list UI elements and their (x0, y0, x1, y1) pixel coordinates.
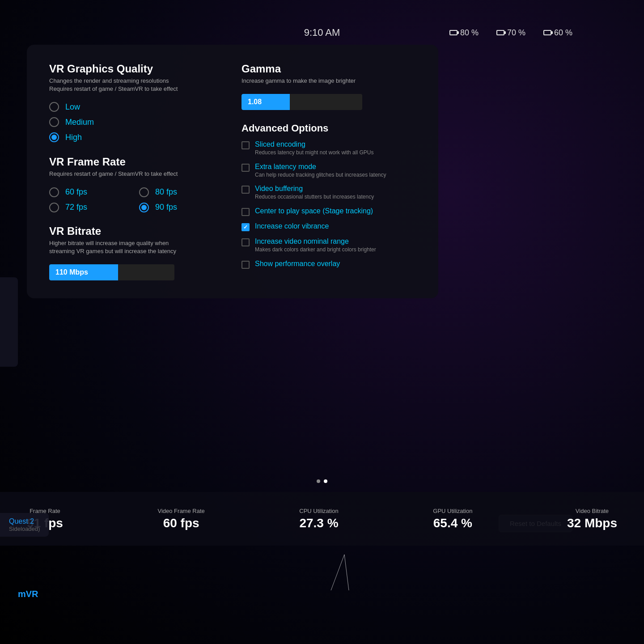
advanced-options-section: Advanced Options Sliced encoding Reduces… (242, 123, 416, 268)
bitrate-slider[interactable]: 110 Mbps (49, 264, 174, 280)
dot-2-active (324, 479, 327, 483)
gamma-slider-value: 1.08 (248, 98, 262, 106)
checkbox-video-buffering (242, 186, 250, 194)
gamma-subtitle: Increase gamma to make the image brighte… (242, 77, 416, 85)
side-nav (0, 277, 18, 367)
svg-line-1 (344, 555, 349, 590)
bitrate-slider-container: 110 Mbps (49, 264, 224, 280)
quality-radio-high (49, 132, 59, 142)
quality-radio-medium (49, 117, 59, 127)
checkbox-nominal-range (242, 238, 250, 246)
left-column: VR Graphics Quality Changes the render a… (49, 63, 224, 280)
battery-item-1: 80 % (449, 28, 479, 38)
fps-option-80[interactable]: 80 fps (139, 187, 224, 197)
battery-item-3: 60 % (543, 28, 572, 38)
advanced-options-title: Advanced Options (242, 123, 416, 134)
option-nominal-range[interactable]: Increase video nominal range Makes dark … (242, 237, 416, 254)
fps-option-60[interactable]: 60 fps (49, 187, 134, 197)
dot-indicators (317, 479, 327, 483)
quality-option-low[interactable]: Low (49, 102, 224, 112)
gamma-section: Gamma Increase gamma to make the image b… (242, 63, 416, 110)
fps-radio-72 (49, 203, 59, 212)
checkbox-extra-latency (242, 164, 250, 172)
device-label: mVR (18, 589, 38, 599)
quality-radio-low (49, 102, 59, 112)
graphics-quality-section: VR Graphics Quality Changes the render a… (49, 63, 224, 142)
time-display: 9:10 AM (304, 27, 340, 38)
svg-line-0 (331, 555, 344, 590)
checkbox-perf-overlay (242, 261, 250, 269)
checkbox-center-play (242, 208, 250, 216)
quality-option-high[interactable]: High (49, 132, 224, 142)
option-extra-latency[interactable]: Extra latency mode Can help reduce track… (242, 163, 416, 179)
advanced-options-list: Sliced encoding Reduces latency but migh… (242, 140, 416, 268)
gamma-slider[interactable]: 1.08 (242, 94, 362, 110)
checkbox-color-vibrance (242, 223, 250, 231)
fps-radio-80 (139, 187, 149, 197)
frame-rate-title: VR Frame Rate (49, 156, 224, 168)
device-model: Quest 2 (9, 517, 40, 525)
stat-cpu-util: CPU Utilization 27.3 % (299, 508, 338, 530)
battery-value-3: 60 % (554, 28, 572, 38)
right-column: Gamma Increase gamma to make the image b… (242, 63, 416, 280)
stat-video-frame-rate: Video Frame Rate 60 fps (157, 508, 204, 530)
battery-value-2: 70 % (507, 28, 525, 38)
battery-group: 80 % 70 % 60 % (449, 28, 572, 38)
frame-rate-subtitle: Requires restart of game / SteamVR to ta… (49, 170, 224, 178)
bitrate-section: VR Bitrate Higher bitrate will increase … (49, 225, 224, 280)
battery-value-1: 80 % (460, 28, 479, 38)
option-center-play[interactable]: Center to play space (Stage tracking) (242, 207, 416, 216)
bitrate-slider-value: 110 Mbps (55, 268, 88, 276)
fps-options: 60 fps 80 fps 72 fps 90 fps (49, 187, 224, 212)
dot-1 (317, 479, 320, 483)
graphics-quality-options: Low Medium High (49, 102, 224, 142)
fps-radio-60 (49, 187, 59, 197)
gamma-title: Gamma (242, 63, 416, 75)
option-color-vibrance[interactable]: Increase color vibrance (242, 222, 416, 231)
bottom-stats-bar: Frame Rate 91 fps Video Frame Rate 60 fp… (0, 492, 644, 546)
quality-option-medium[interactable]: Medium (49, 117, 224, 127)
battery-icon-2 (496, 30, 504, 35)
device-tag: Sideloaded) (9, 525, 40, 532)
checkbox-sliced (242, 141, 250, 149)
battery-icon-1 (449, 30, 458, 35)
bitrate-subtitle: Higher bitrate will increase image quali… (49, 239, 224, 255)
option-sliced[interactable]: Sliced encoding Reduces latency but migh… (242, 140, 416, 157)
bitrate-title: VR Bitrate (49, 225, 224, 237)
fps-radio-90 (139, 203, 149, 212)
battery-item-2: 70 % (496, 28, 525, 38)
graphics-quality-subtitle: Changes the render and streaming resolut… (49, 77, 224, 93)
stat-gpu-util: GPU Utilization 65.4 % (433, 508, 472, 530)
option-perf-overlay[interactable]: Show performance overlay (242, 260, 416, 269)
cursor-lines (322, 555, 367, 599)
fps-option-72[interactable]: 72 fps (49, 203, 134, 212)
graphics-quality-title: VR Graphics Quality (49, 63, 224, 75)
main-panel: VR Graphics Quality Changes the render a… (27, 45, 438, 298)
battery-icon-3 (543, 30, 551, 35)
frame-rate-section: VR Frame Rate Requires restart of game /… (49, 156, 224, 212)
fps-option-90[interactable]: 90 fps (139, 203, 224, 212)
option-video-buffering[interactable]: Video buffering Reduces occasional stutt… (242, 185, 416, 201)
stat-video-bitrate: Video Bitrate 32 Mbps (567, 508, 617, 530)
app-hint: Quest 2 Sideloaded) (0, 513, 49, 537)
status-bar: 9:10 AM 80 % 70 % 60 % (0, 27, 644, 38)
